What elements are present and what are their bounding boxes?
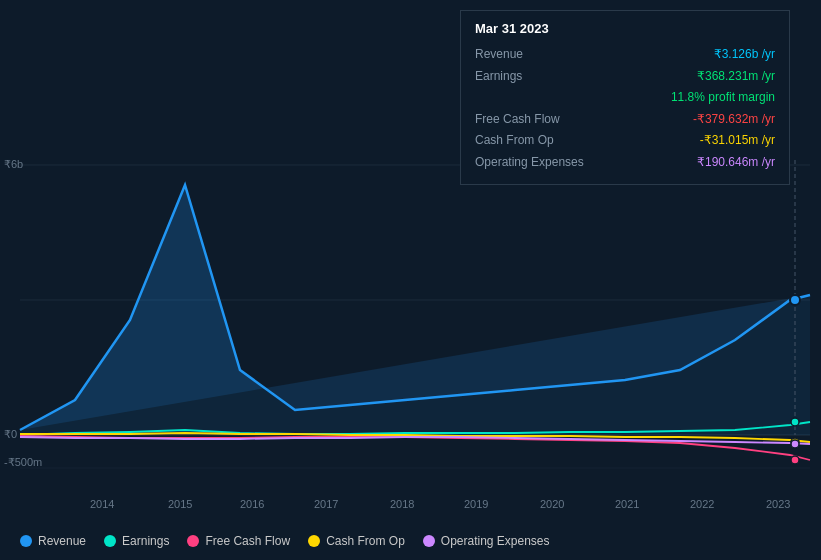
y-label-bottom: -₹500m xyxy=(4,456,42,469)
tooltip-earnings-row: Earnings ₹368.231m /yr xyxy=(475,66,775,88)
legend-cashop-dot xyxy=(308,535,320,547)
legend-revenue[interactable]: Revenue xyxy=(20,534,86,548)
svg-point-9 xyxy=(791,456,799,464)
svg-point-7 xyxy=(790,295,800,305)
legend-fcf-label: Free Cash Flow xyxy=(205,534,290,548)
x-label-2016: 2016 xyxy=(240,498,264,510)
chart-container: ₹6b ₹0 -₹500m 2014 2015 2016 2017 2018 2… xyxy=(0,0,821,560)
legend-cashop-label: Cash From Op xyxy=(326,534,405,548)
y-label-top: ₹6b xyxy=(4,158,23,171)
legend-fcf-dot xyxy=(187,535,199,547)
legend-earnings-label: Earnings xyxy=(122,534,169,548)
legend-opex-label: Operating Expenses xyxy=(441,534,550,548)
tooltip-fcf-value: -₹379.632m /yr xyxy=(693,109,775,131)
chart-legend: Revenue Earnings Free Cash Flow Cash Fro… xyxy=(20,534,550,548)
tooltip-fcf-row: Free Cash Flow -₹379.632m /yr xyxy=(475,109,775,131)
legend-opex[interactable]: Operating Expenses xyxy=(423,534,550,548)
tooltip-profit-margin-value: 11.8% profit margin xyxy=(671,87,775,109)
x-label-2021: 2021 xyxy=(615,498,639,510)
tooltip-profit-margin-row: 11.8% profit margin xyxy=(475,87,775,109)
svg-point-11 xyxy=(791,440,799,448)
tooltip-earnings-label: Earnings xyxy=(475,66,605,88)
legend-cashop[interactable]: Cash From Op xyxy=(308,534,405,548)
tooltip-opex-row: Operating Expenses ₹190.646m /yr xyxy=(475,152,775,174)
tooltip-cashop-value: -₹31.015m /yr xyxy=(700,130,775,152)
tooltip-earnings-value: ₹368.231m /yr xyxy=(697,66,775,88)
tooltip-profit-margin-spacer xyxy=(475,87,605,109)
legend-opex-dot xyxy=(423,535,435,547)
tooltip-box: Mar 31 2023 Revenue ₹3.126b /yr Earnings… xyxy=(460,10,790,185)
legend-revenue-dot xyxy=(20,535,32,547)
svg-point-8 xyxy=(791,418,799,426)
x-label-2015: 2015 xyxy=(168,498,192,510)
tooltip-cashop-row: Cash From Op -₹31.015m /yr xyxy=(475,130,775,152)
tooltip-revenue-label: Revenue xyxy=(475,44,605,66)
y-label-mid: ₹0 xyxy=(4,428,17,441)
legend-earnings[interactable]: Earnings xyxy=(104,534,169,548)
tooltip-revenue-row: Revenue ₹3.126b /yr xyxy=(475,44,775,66)
x-label-2017: 2017 xyxy=(314,498,338,510)
tooltip-fcf-label: Free Cash Flow xyxy=(475,109,605,131)
x-label-2020: 2020 xyxy=(540,498,564,510)
tooltip-opex-value: ₹190.646m /yr xyxy=(697,152,775,174)
x-label-2022: 2022 xyxy=(690,498,714,510)
tooltip-opex-label: Operating Expenses xyxy=(475,152,605,174)
legend-earnings-dot xyxy=(104,535,116,547)
tooltip-revenue-value: ₹3.126b /yr xyxy=(714,44,775,66)
x-label-2018: 2018 xyxy=(390,498,414,510)
x-label-2014: 2014 xyxy=(90,498,114,510)
x-label-2019: 2019 xyxy=(464,498,488,510)
tooltip-cashop-label: Cash From Op xyxy=(475,130,605,152)
x-label-2023: 2023 xyxy=(766,498,790,510)
tooltip-date: Mar 31 2023 xyxy=(475,21,775,36)
legend-fcf[interactable]: Free Cash Flow xyxy=(187,534,290,548)
legend-revenue-label: Revenue xyxy=(38,534,86,548)
